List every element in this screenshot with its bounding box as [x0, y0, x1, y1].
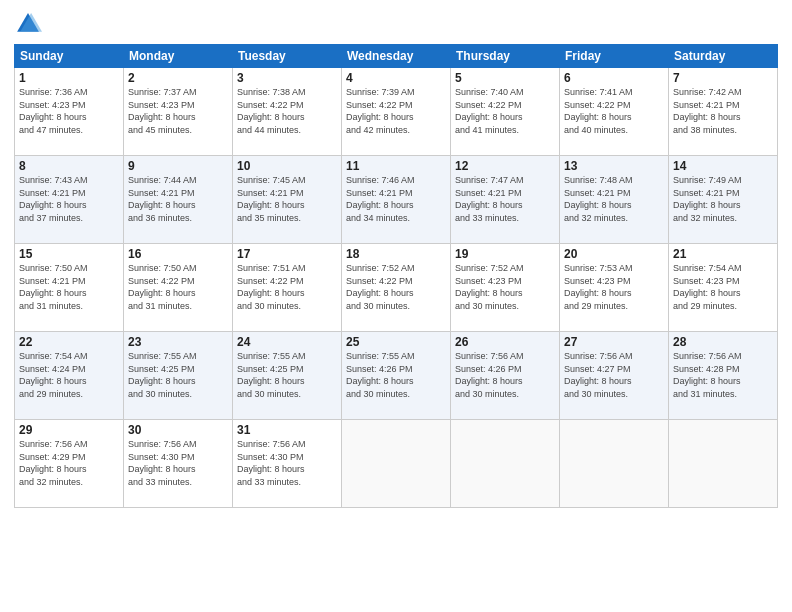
day-info: Sunrise: 7:52 AMSunset: 4:22 PMDaylight:… — [346, 262, 446, 312]
day-info: Sunrise: 7:49 AMSunset: 4:21 PMDaylight:… — [673, 174, 773, 224]
calendar-cell: 29Sunrise: 7:56 AMSunset: 4:29 PMDayligh… — [15, 420, 124, 508]
calendar-cell: 26Sunrise: 7:56 AMSunset: 4:26 PMDayligh… — [451, 332, 560, 420]
calendar-cell: 10Sunrise: 7:45 AMSunset: 4:21 PMDayligh… — [233, 156, 342, 244]
day-number: 16 — [128, 247, 228, 261]
day-info: Sunrise: 7:54 AMSunset: 4:24 PMDaylight:… — [19, 350, 119, 400]
day-info: Sunrise: 7:43 AMSunset: 4:21 PMDaylight:… — [19, 174, 119, 224]
week-row-4: 22Sunrise: 7:54 AMSunset: 4:24 PMDayligh… — [15, 332, 778, 420]
week-row-3: 15Sunrise: 7:50 AMSunset: 4:21 PMDayligh… — [15, 244, 778, 332]
calendar-cell: 2Sunrise: 7:37 AMSunset: 4:23 PMDaylight… — [124, 68, 233, 156]
day-number: 27 — [564, 335, 664, 349]
calendar-header: SundayMondayTuesdayWednesdayThursdayFrid… — [15, 45, 778, 68]
header — [14, 10, 778, 38]
day-info: Sunrise: 7:41 AMSunset: 4:22 PMDaylight:… — [564, 86, 664, 136]
day-info: Sunrise: 7:39 AMSunset: 4:22 PMDaylight:… — [346, 86, 446, 136]
calendar-cell: 6Sunrise: 7:41 AMSunset: 4:22 PMDaylight… — [560, 68, 669, 156]
calendar-cell: 14Sunrise: 7:49 AMSunset: 4:21 PMDayligh… — [669, 156, 778, 244]
calendar-cell — [451, 420, 560, 508]
day-info: Sunrise: 7:55 AMSunset: 4:26 PMDaylight:… — [346, 350, 446, 400]
header-cell-thursday: Thursday — [451, 45, 560, 68]
day-number: 13 — [564, 159, 664, 173]
calendar-cell: 21Sunrise: 7:54 AMSunset: 4:23 PMDayligh… — [669, 244, 778, 332]
calendar-cell: 23Sunrise: 7:55 AMSunset: 4:25 PMDayligh… — [124, 332, 233, 420]
day-info: Sunrise: 7:47 AMSunset: 4:21 PMDaylight:… — [455, 174, 555, 224]
day-info: Sunrise: 7:55 AMSunset: 4:25 PMDaylight:… — [128, 350, 228, 400]
day-info: Sunrise: 7:54 AMSunset: 4:23 PMDaylight:… — [673, 262, 773, 312]
header-row: SundayMondayTuesdayWednesdayThursdayFrid… — [15, 45, 778, 68]
day-number: 29 — [19, 423, 119, 437]
day-number: 24 — [237, 335, 337, 349]
day-info: Sunrise: 7:55 AMSunset: 4:25 PMDaylight:… — [237, 350, 337, 400]
calendar-table: SundayMondayTuesdayWednesdayThursdayFrid… — [14, 44, 778, 508]
week-row-5: 29Sunrise: 7:56 AMSunset: 4:29 PMDayligh… — [15, 420, 778, 508]
day-number: 19 — [455, 247, 555, 261]
day-number: 9 — [128, 159, 228, 173]
calendar-cell: 8Sunrise: 7:43 AMSunset: 4:21 PMDaylight… — [15, 156, 124, 244]
header-cell-wednesday: Wednesday — [342, 45, 451, 68]
day-info: Sunrise: 7:40 AMSunset: 4:22 PMDaylight:… — [455, 86, 555, 136]
day-number: 30 — [128, 423, 228, 437]
day-number: 21 — [673, 247, 773, 261]
week-row-1: 1Sunrise: 7:36 AMSunset: 4:23 PMDaylight… — [15, 68, 778, 156]
calendar-cell: 27Sunrise: 7:56 AMSunset: 4:27 PMDayligh… — [560, 332, 669, 420]
day-info: Sunrise: 7:52 AMSunset: 4:23 PMDaylight:… — [455, 262, 555, 312]
logo-icon — [14, 10, 42, 38]
day-number: 5 — [455, 71, 555, 85]
header-cell-monday: Monday — [124, 45, 233, 68]
calendar-cell — [669, 420, 778, 508]
calendar-cell: 4Sunrise: 7:39 AMSunset: 4:22 PMDaylight… — [342, 68, 451, 156]
day-number: 18 — [346, 247, 446, 261]
header-cell-friday: Friday — [560, 45, 669, 68]
logo — [14, 10, 46, 38]
calendar-body: 1Sunrise: 7:36 AMSunset: 4:23 PMDaylight… — [15, 68, 778, 508]
calendar-cell: 7Sunrise: 7:42 AMSunset: 4:21 PMDaylight… — [669, 68, 778, 156]
calendar-cell: 15Sunrise: 7:50 AMSunset: 4:21 PMDayligh… — [15, 244, 124, 332]
week-row-2: 8Sunrise: 7:43 AMSunset: 4:21 PMDaylight… — [15, 156, 778, 244]
day-info: Sunrise: 7:53 AMSunset: 4:23 PMDaylight:… — [564, 262, 664, 312]
day-number: 14 — [673, 159, 773, 173]
day-info: Sunrise: 7:56 AMSunset: 4:30 PMDaylight:… — [237, 438, 337, 488]
calendar-cell: 20Sunrise: 7:53 AMSunset: 4:23 PMDayligh… — [560, 244, 669, 332]
header-cell-saturday: Saturday — [669, 45, 778, 68]
calendar-cell: 30Sunrise: 7:56 AMSunset: 4:30 PMDayligh… — [124, 420, 233, 508]
day-number: 28 — [673, 335, 773, 349]
day-number: 22 — [19, 335, 119, 349]
calendar-cell: 31Sunrise: 7:56 AMSunset: 4:30 PMDayligh… — [233, 420, 342, 508]
calendar-cell: 25Sunrise: 7:55 AMSunset: 4:26 PMDayligh… — [342, 332, 451, 420]
header-cell-tuesday: Tuesday — [233, 45, 342, 68]
day-number: 7 — [673, 71, 773, 85]
day-info: Sunrise: 7:56 AMSunset: 4:29 PMDaylight:… — [19, 438, 119, 488]
calendar-cell: 13Sunrise: 7:48 AMSunset: 4:21 PMDayligh… — [560, 156, 669, 244]
day-info: Sunrise: 7:37 AMSunset: 4:23 PMDaylight:… — [128, 86, 228, 136]
calendar-cell: 17Sunrise: 7:51 AMSunset: 4:22 PMDayligh… — [233, 244, 342, 332]
day-info: Sunrise: 7:42 AMSunset: 4:21 PMDaylight:… — [673, 86, 773, 136]
day-number: 12 — [455, 159, 555, 173]
calendar-cell — [342, 420, 451, 508]
day-number: 31 — [237, 423, 337, 437]
calendar-cell: 24Sunrise: 7:55 AMSunset: 4:25 PMDayligh… — [233, 332, 342, 420]
day-info: Sunrise: 7:51 AMSunset: 4:22 PMDaylight:… — [237, 262, 337, 312]
day-info: Sunrise: 7:56 AMSunset: 4:28 PMDaylight:… — [673, 350, 773, 400]
calendar-cell: 9Sunrise: 7:44 AMSunset: 4:21 PMDaylight… — [124, 156, 233, 244]
day-info: Sunrise: 7:48 AMSunset: 4:21 PMDaylight:… — [564, 174, 664, 224]
day-info: Sunrise: 7:56 AMSunset: 4:30 PMDaylight:… — [128, 438, 228, 488]
day-number: 10 — [237, 159, 337, 173]
day-number: 15 — [19, 247, 119, 261]
day-info: Sunrise: 7:44 AMSunset: 4:21 PMDaylight:… — [128, 174, 228, 224]
calendar-cell: 16Sunrise: 7:50 AMSunset: 4:22 PMDayligh… — [124, 244, 233, 332]
calendar-cell: 11Sunrise: 7:46 AMSunset: 4:21 PMDayligh… — [342, 156, 451, 244]
page: SundayMondayTuesdayWednesdayThursdayFrid… — [0, 0, 792, 612]
day-number: 8 — [19, 159, 119, 173]
day-info: Sunrise: 7:46 AMSunset: 4:21 PMDaylight:… — [346, 174, 446, 224]
day-number: 1 — [19, 71, 119, 85]
day-number: 26 — [455, 335, 555, 349]
calendar-cell: 22Sunrise: 7:54 AMSunset: 4:24 PMDayligh… — [15, 332, 124, 420]
day-info: Sunrise: 7:50 AMSunset: 4:22 PMDaylight:… — [128, 262, 228, 312]
day-info: Sunrise: 7:56 AMSunset: 4:27 PMDaylight:… — [564, 350, 664, 400]
calendar-cell: 28Sunrise: 7:56 AMSunset: 4:28 PMDayligh… — [669, 332, 778, 420]
calendar-cell: 19Sunrise: 7:52 AMSunset: 4:23 PMDayligh… — [451, 244, 560, 332]
day-number: 20 — [564, 247, 664, 261]
calendar-cell: 12Sunrise: 7:47 AMSunset: 4:21 PMDayligh… — [451, 156, 560, 244]
calendar-cell: 5Sunrise: 7:40 AMSunset: 4:22 PMDaylight… — [451, 68, 560, 156]
header-cell-sunday: Sunday — [15, 45, 124, 68]
